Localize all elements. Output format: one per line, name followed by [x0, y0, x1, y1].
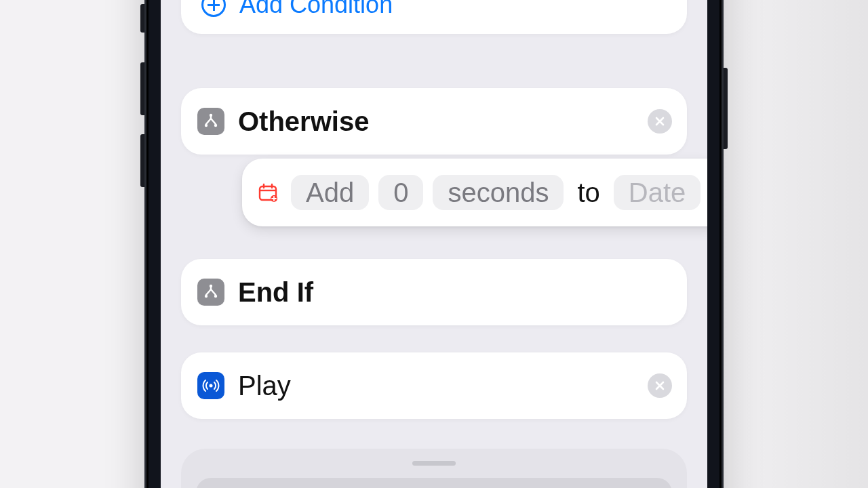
end-if-label: End If	[238, 277, 313, 308]
search-actions-field[interactable]: Search Actions	[196, 478, 672, 488]
branch-icon	[197, 108, 224, 135]
remove-play-button[interactable]	[648, 373, 672, 398]
nested-action-container: Add 0 seconds to Date	[181, 155, 687, 229]
side-button	[724, 68, 728, 149]
svg-point-2	[210, 114, 212, 117]
adjust-date-action[interactable]: Add 0 seconds to Date	[242, 159, 707, 226]
end-if-step[interactable]: End If	[181, 259, 687, 325]
phone-screen: Add Condition Otherwise	[161, 0, 707, 488]
volume-down-button	[140, 134, 144, 187]
plus-circle-icon	[201, 0, 226, 17]
adjust-date-unit-pill[interactable]: seconds	[433, 175, 564, 210]
svg-point-1	[214, 124, 217, 127]
calendar-icon	[254, 179, 281, 206]
remove-otherwise-button[interactable]	[648, 109, 672, 134]
broadcast-icon	[197, 372, 224, 399]
play-step[interactable]: Play	[181, 352, 687, 419]
add-condition-label: Add Condition	[239, 0, 393, 19]
adjust-date-verb-pill[interactable]: Add	[291, 175, 369, 210]
shortcut-editor: Add Condition Otherwise	[161, 0, 707, 488]
svg-point-11	[210, 384, 213, 388]
mute-switch	[140, 4, 144, 33]
add-condition-button[interactable]: Add Condition	[181, 0, 687, 34]
svg-point-9	[214, 295, 217, 298]
adjust-date-amount-pill[interactable]: 0	[378, 175, 423, 210]
actions-sheet[interactable]: Search Actions	[181, 449, 687, 488]
sheet-grabber-icon[interactable]	[412, 461, 456, 466]
svg-point-10	[210, 285, 212, 287]
play-label: Play	[238, 371, 291, 401]
otherwise-label: Otherwise	[238, 106, 369, 137]
adjust-date-joiner: to	[573, 178, 604, 208]
svg-point-8	[205, 295, 208, 298]
adjust-date-target-pill[interactable]: Date	[614, 175, 701, 210]
branch-icon	[197, 279, 224, 306]
phone-frame: Add Condition Otherwise	[144, 0, 724, 488]
otherwise-step[interactable]: Otherwise	[181, 88, 687, 155]
volume-up-button	[140, 62, 144, 115]
svg-point-0	[205, 124, 208, 127]
